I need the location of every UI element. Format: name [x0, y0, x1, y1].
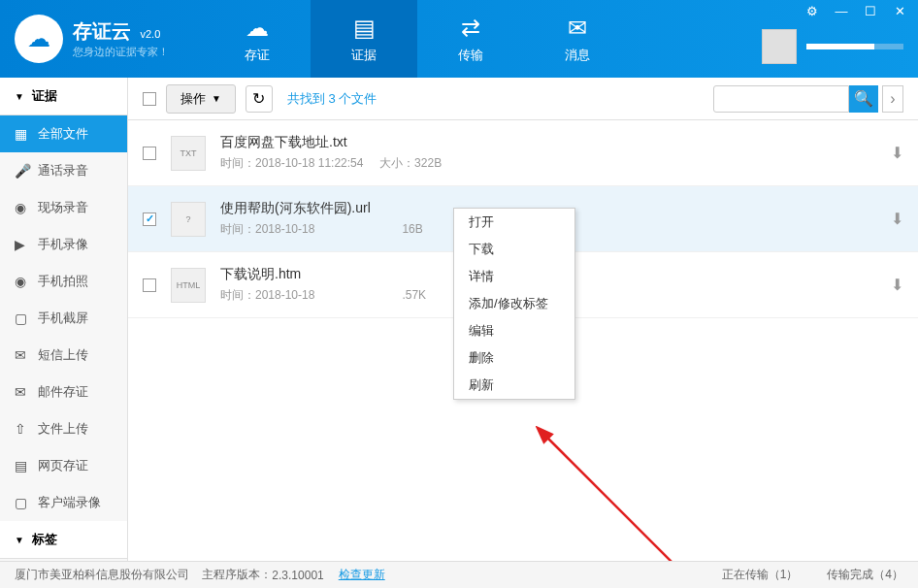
- transferring-status[interactable]: 正在传输（1）: [722, 567, 799, 583]
- sidebar-item-label: 网页存证: [38, 457, 88, 474]
- chevron-down-icon: ▼: [15, 535, 24, 545]
- select-all-checkbox[interactable]: [143, 92, 156, 106]
- sidebar-item-label: 短信上传: [38, 346, 88, 364]
- html-file-icon: HTML: [171, 268, 206, 303]
- chevron-right-icon: ›: [890, 90, 895, 108]
- file-row[interactable]: TXT 百度网盘下载地址.txt 时间：2018-10-18 11:22:54 …: [128, 120, 918, 186]
- sidebar-item-phone-video[interactable]: ▶ 手机录像: [0, 226, 127, 263]
- body-area: ▼ 证据 ▦ 全部文件 🎤 通话录音 ◉ 现场录音 ▶ 手机录像 ◉ 手机拍照 …: [0, 78, 918, 561]
- file-checkbox[interactable]: [143, 278, 156, 292]
- search-input[interactable]: [713, 85, 849, 113]
- sidebar-item-webpage-evidence[interactable]: ▤ 网页存证: [0, 447, 127, 484]
- sidebar-item-sms-upload[interactable]: ✉ 短信上传: [0, 337, 127, 374]
- sidebar-item-client-recording[interactable]: ▢ 客户端录像: [0, 484, 127, 521]
- action-dropdown-button[interactable]: 操作 ▼: [166, 84, 236, 114]
- app-slogan: 您身边的证据专家！: [73, 45, 169, 59]
- nav-tab-store[interactable]: ☁ 存证: [204, 0, 311, 78]
- storage-progress: [806, 44, 903, 49]
- screen-record-icon: ▢: [15, 495, 30, 510]
- menu-item-details[interactable]: 详情: [454, 263, 574, 290]
- next-button[interactable]: ›: [882, 85, 903, 113]
- storage-progress-fill: [806, 44, 874, 49]
- file-count-label: 共找到 3 个文件: [287, 90, 377, 108]
- maximize-button[interactable]: ☐: [857, 2, 884, 19]
- header-right: [762, 29, 903, 64]
- close-button[interactable]: ✕: [886, 2, 913, 19]
- menu-item-edit-tags[interactable]: 添加/修改标签: [454, 290, 574, 317]
- logo-text: 存证云 v2.0 您身边的证据专家！: [73, 18, 169, 59]
- footer: 厦门市美亚柏科信息股份有限公司 主程序版本： 2.3.10001 检查更新 正在…: [0, 561, 918, 588]
- sidebar-item-label: 通话录音: [38, 162, 88, 180]
- minimize-button[interactable]: —: [828, 2, 855, 19]
- app-logo-icon: ☁: [15, 15, 63, 63]
- action-label: 操作: [180, 90, 206, 108]
- phone-icon: ▢: [15, 310, 30, 326]
- nav-tab-evidence[interactable]: ▤ 证据: [311, 0, 417, 78]
- menu-item-edit[interactable]: 编辑: [454, 317, 574, 344]
- refresh-button[interactable]: ↻: [246, 85, 273, 113]
- cloud-upload-icon: ☁: [246, 15, 269, 42]
- sidebar-item-all-files[interactable]: ▦ 全部文件: [0, 115, 127, 152]
- nav-tab-transfer[interactable]: ⇄ 传输: [417, 0, 524, 78]
- download-button[interactable]: ⬇: [891, 210, 903, 228]
- upload-icon: ⇧: [15, 421, 30, 437]
- menu-item-refresh[interactable]: 刷新: [454, 372, 574, 399]
- txt-file-icon: TXT: [171, 136, 206, 171]
- completed-status[interactable]: 传输完成（4）: [827, 567, 903, 583]
- footer-company: 厦门市美亚柏科信息股份有限公司: [15, 567, 189, 583]
- nav-label: 消息: [565, 47, 590, 64]
- search-icon: 🔍: [854, 89, 873, 108]
- file-name: 百度网盘下载地址.txt: [220, 134, 891, 151]
- transfer-icon: ⇄: [461, 15, 480, 42]
- message-icon: ✉: [568, 15, 587, 42]
- sidebar-item-label: 手机截屏: [38, 310, 88, 327]
- sidebar-item-email-evidence[interactable]: ✉ 邮件存证: [0, 374, 127, 410]
- sidebar-item-label: 文件上传: [38, 420, 88, 438]
- sidebar-item-label: 客户端录像: [38, 494, 101, 511]
- app-version: v2.0: [140, 28, 160, 40]
- mail-icon: ✉: [15, 384, 30, 400]
- nav-tab-message[interactable]: ✉ 消息: [524, 0, 631, 78]
- nav-label: 存证: [245, 47, 270, 64]
- settings-icon[interactable]: ⚙: [799, 2, 826, 19]
- sidebar-item-file-upload[interactable]: ⇧ 文件上传: [0, 410, 127, 447]
- search-button[interactable]: 🔍: [849, 85, 878, 113]
- sidebar-header-label: 标签: [32, 531, 57, 548]
- file-list: TXT 百度网盘下载地址.txt 时间：2018-10-18 11:22:54 …: [128, 120, 918, 561]
- download-button[interactable]: ⬇: [891, 276, 903, 294]
- url-file-icon: ?: [171, 202, 206, 237]
- sidebar-item-label: 手机录像: [38, 236, 88, 253]
- menu-item-delete[interactable]: 删除: [454, 344, 574, 372]
- sidebar: ▼ 证据 ▦ 全部文件 🎤 通话录音 ◉ 现场录音 ▶ 手机录像 ◉ 手机拍照 …: [0, 78, 128, 561]
- sidebar-item-phone-photo[interactable]: ◉ 手机拍照: [0, 263, 127, 300]
- context-menu: 打开 下载 详情 添加/修改标签 编辑 删除 刷新: [453, 208, 575, 400]
- file-info: 百度网盘下载地址.txt 时间：2018-10-18 11:22:54 大小：3…: [220, 134, 891, 172]
- sidebar-header-tags[interactable]: ▼ 标签: [0, 521, 127, 559]
- menu-item-download[interactable]: 下载: [454, 236, 574, 263]
- sidebar-item-scene-recording[interactable]: ◉ 现场录音: [0, 189, 127, 226]
- download-button[interactable]: ⬇: [891, 144, 903, 162]
- nav-label: 传输: [458, 47, 483, 64]
- file-checkbox[interactable]: [143, 147, 156, 160]
- sidebar-item-label: 手机拍照: [38, 273, 88, 290]
- user-avatar[interactable]: [762, 29, 797, 64]
- sms-icon: ✉: [15, 347, 30, 363]
- nav-tabs: ☁ 存证 ▤ 证据 ⇄ 传输 ✉ 消息: [204, 0, 631, 78]
- check-update-link[interactable]: 检查更新: [339, 567, 385, 583]
- sidebar-item-call-recording[interactable]: 🎤 通话录音: [0, 152, 127, 189]
- file-checkbox[interactable]: ✓: [143, 212, 156, 226]
- microphone-icon: 🎤: [15, 163, 30, 179]
- sidebar-item-phone-screenshot[interactable]: ▢ 手机截屏: [0, 300, 127, 337]
- sidebar-header-evidence[interactable]: ▼ 证据: [0, 78, 127, 115]
- window-controls: ⚙ — ☐ ✕: [799, 2, 913, 19]
- search-area: 🔍 ›: [713, 85, 903, 113]
- sidebar-item-label: 现场录音: [38, 199, 88, 216]
- refresh-icon: ↻: [252, 89, 265, 108]
- file-meta: 时间：2018-10-18 11:22:54 大小：322B: [220, 155, 891, 172]
- app-header: ☁ 存证云 v2.0 您身边的证据专家！ ☁ 存证 ▤ 证据 ⇄ 传输 ✉ 消息: [0, 0, 918, 78]
- record-icon: ◉: [15, 200, 30, 215]
- sidebar-item-label: 全部文件: [38, 125, 88, 143]
- menu-item-open[interactable]: 打开: [454, 209, 574, 236]
- footer-version: 2.3.10001: [272, 569, 323, 582]
- sidebar-header-label: 证据: [32, 87, 57, 105]
